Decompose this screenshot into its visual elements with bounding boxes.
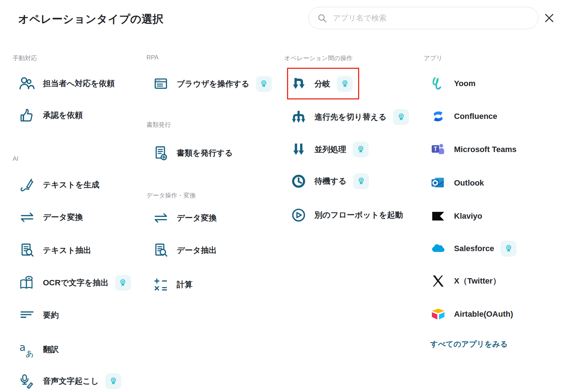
item-data-extract[interactable]: データ抽出: [153, 239, 217, 262]
item-label: 翻訳: [43, 344, 59, 355]
item-switch-route[interactable]: 進行先を切り替える: [291, 106, 409, 129]
item-label: OCRで文字を抽出: [43, 277, 109, 288]
item-app-teams[interactable]: T Microsoft Teams: [430, 138, 516, 161]
salesforce-logo: [430, 241, 446, 257]
pen-squiggle-icon: [19, 177, 35, 193]
switch-route-icon: [291, 109, 307, 125]
item-data-convert[interactable]: データ変換: [153, 206, 217, 230]
award-badge-icon: [353, 173, 369, 189]
mic-pencil-icon: [19, 373, 35, 389]
item-branch[interactable]: 分岐: [291, 72, 353, 95]
item-request-approval[interactable]: 承認を依頼: [19, 104, 83, 127]
award-badge-icon: [115, 275, 131, 291]
item-app-yoom[interactable]: Yoom: [430, 72, 475, 95]
section-label-rpa: RPA: [146, 54, 159, 61]
item-label: 進行先を切り替える: [314, 112, 387, 122]
item-label: Confluence: [454, 112, 497, 121]
play-circle-icon: [291, 207, 307, 223]
summary-lines-icon: [19, 307, 35, 323]
item-request-staff[interactable]: 担当者へ対応を依頼: [19, 72, 115, 95]
search-input[interactable]: [332, 13, 529, 23]
item-generate-text[interactable]: テキストを生成: [19, 173, 100, 196]
doc-search-icon: [19, 242, 35, 258]
award-badge-icon: [337, 76, 353, 92]
item-label: ブラウザを操作する: [177, 79, 250, 89]
close-icon: [544, 13, 555, 23]
column-apps: アプリ Yoom: [424, 50, 563, 392]
confluence-logo: [430, 108, 446, 124]
item-data-convert-ai[interactable]: データ変換: [19, 206, 83, 229]
browser-icon: [153, 76, 169, 92]
section-label-ai: AI: [13, 155, 18, 162]
item-operate-browser[interactable]: ブラウザを操作する: [153, 72, 272, 95]
item-label: Salesforce: [454, 244, 494, 253]
calculator-icon: [153, 277, 169, 293]
item-label: 承認を依頼: [43, 110, 83, 121]
item-label: 要約: [43, 310, 59, 321]
outlook-logo: [430, 175, 446, 191]
award-badge-icon: [353, 142, 369, 157]
doc-search-icon: [153, 242, 169, 258]
section-label-docs: 書類発行: [146, 121, 171, 129]
item-app-klaviyo[interactable]: Klaviyo: [430, 205, 482, 228]
swap-arrows-icon: [19, 209, 35, 225]
item-calculate[interactable]: 計算: [153, 273, 193, 296]
item-app-salesforce[interactable]: Salesforce: [430, 237, 516, 260]
yoom-logo: [430, 76, 446, 92]
item-label: 別のフローボットを起動: [314, 210, 403, 220]
item-label: データ変換: [177, 213, 217, 223]
item-label: テキストを生成: [43, 179, 100, 190]
people-icon: [19, 76, 35, 92]
translate-icon: a あ: [19, 342, 35, 357]
book-eye-icon: [19, 275, 35, 291]
swap-arrows-icon: [153, 210, 169, 226]
section-label-apps: アプリ: [424, 54, 442, 62]
item-app-x-twitter[interactable]: X（Twitter）: [430, 270, 501, 293]
airtable-logo: [430, 306, 446, 322]
item-label: Microsoft Teams: [454, 145, 516, 154]
item-label: Klaviyo: [454, 211, 482, 221]
column-rpa-docs-data: RPA ブラウザを操作する 書類発行: [146, 50, 285, 392]
item-label: テキスト抽出: [43, 245, 91, 256]
item-launch-flowbot[interactable]: 別のフローボットを起動: [291, 204, 403, 227]
klaviyo-logo: [430, 208, 446, 224]
svg-text:a: a: [19, 342, 26, 353]
parallel-arrows-icon: [291, 142, 307, 157]
item-label: データ抽出: [177, 245, 217, 256]
x-twitter-logo: [430, 273, 446, 289]
section-label-interop: オペレーション間の操作: [284, 54, 353, 62]
doc-plus-icon: [153, 145, 169, 161]
svg-text:あ: あ: [26, 349, 34, 357]
item-label: Airtable(OAuth): [454, 309, 513, 319]
item-label: 待機する: [314, 176, 347, 187]
award-badge-icon: [393, 109, 409, 125]
search-icon: [317, 13, 327, 23]
thumbs-up-icon: [19, 107, 35, 123]
item-summarize[interactable]: 要約: [19, 304, 59, 327]
item-label: 担当者へ対応を依頼: [43, 78, 115, 89]
item-label: Outlook: [454, 178, 484, 188]
item-issue-document[interactable]: 書類を発行する: [153, 142, 233, 165]
page-title: オペレーションタイプの選択: [18, 12, 164, 27]
view-all-apps-link[interactable]: すべてのアプリをみる: [430, 339, 508, 349]
award-badge-icon: [501, 241, 516, 257]
award-badge-icon: [256, 76, 272, 92]
close-button[interactable]: [542, 10, 557, 26]
svg-text:T: T: [434, 146, 437, 152]
column-interop: オペレーション間の操作 分岐: [284, 50, 423, 392]
item-label: Yoom: [454, 79, 475, 88]
item-wait[interactable]: 待機する: [291, 170, 369, 193]
item-translate[interactable]: a あ 翻訳: [19, 338, 59, 361]
section-label-dataops: データ操作・変換: [146, 191, 196, 200]
item-ocr[interactable]: OCRで文字を抽出: [19, 271, 131, 294]
item-app-outlook[interactable]: Outlook: [430, 172, 484, 195]
award-badge-icon: [105, 373, 121, 389]
search-box[interactable]: [308, 7, 538, 29]
item-label: 書類を発行する: [177, 148, 233, 159]
item-extract-text[interactable]: テキスト抽出: [19, 239, 91, 262]
item-parallel[interactable]: 並列処理: [291, 138, 369, 161]
item-transcribe[interactable]: 音声文字起こし: [19, 370, 121, 392]
item-label: 計算: [177, 279, 193, 290]
item-app-confluence[interactable]: Confluence: [430, 105, 497, 128]
item-app-airtable[interactable]: Airtable(OAuth): [430, 303, 513, 326]
